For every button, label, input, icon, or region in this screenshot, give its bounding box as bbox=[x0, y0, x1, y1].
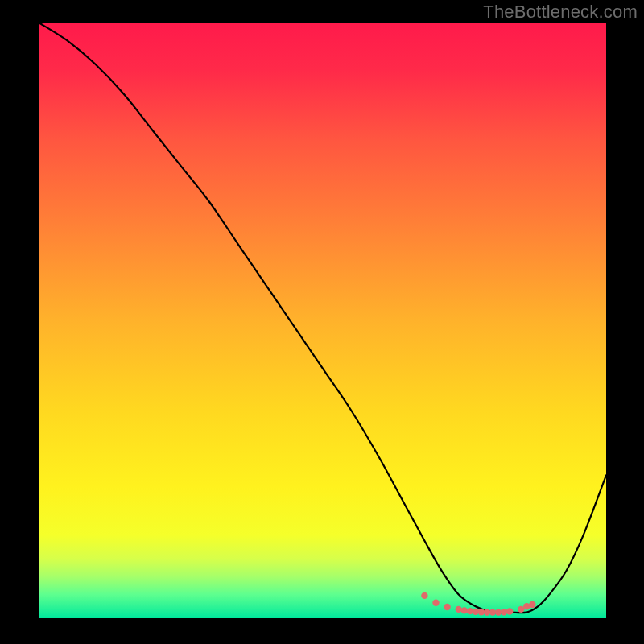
bottleneck-chart bbox=[0, 0, 644, 644]
chart-frame: TheBottleneck.com bbox=[0, 0, 644, 644]
valley-dot bbox=[456, 606, 462, 613]
valley-dot bbox=[506, 608, 513, 614]
valley-dot bbox=[421, 592, 427, 599]
valley-dot bbox=[444, 604, 450, 610]
valley-dot bbox=[432, 600, 439, 606]
plot-background bbox=[39, 23, 606, 618]
attribution-text: TheBottleneck.com bbox=[483, 2, 638, 23]
valley-dot bbox=[529, 601, 535, 608]
